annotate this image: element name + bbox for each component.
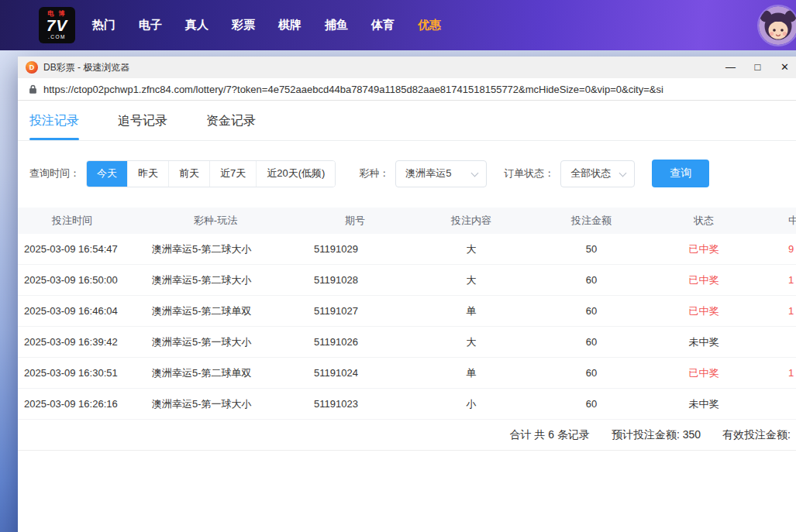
table-row: 2025-03-09 16:50:00澳洲幸运5-第二球大小51191028大6…: [18, 265, 796, 296]
time-option-4[interactable]: 近7天: [209, 161, 256, 187]
time-option-2[interactable]: 昨天: [127, 161, 168, 187]
cell-issue: 51191027: [305, 305, 405, 317]
cell-content: 大: [405, 242, 537, 256]
tab-1[interactable]: 投注记录: [29, 110, 79, 140]
nav-item-3[interactable]: 真人: [185, 18, 208, 33]
cell-prize: 1: [762, 274, 796, 286]
logo-subtext: .COM: [48, 33, 66, 40]
minimize-button[interactable]: —: [717, 57, 744, 78]
cell-content: 大: [405, 273, 537, 287]
col-header-1: 投注时间: [18, 214, 126, 228]
cell-issue: 51191026: [305, 336, 405, 348]
url-text: https://ctop02pchwp1.zfnc84.com/lottery/…: [43, 84, 663, 95]
cell-prize: 9: [762, 243, 796, 255]
col-header-4: 投注内容: [405, 214, 537, 228]
cell-issue: 51191024: [305, 367, 405, 379]
lottery-select[interactable]: 澳洲幸运5: [395, 160, 487, 187]
cell-prize: 1: [762, 305, 796, 317]
top-navigation-bar: 电 博 7V .COM 热门电子真人彩票棋牌捕鱼体育优惠: [0, 0, 796, 50]
window-title: DB彩票 - 极速浏览器: [43, 61, 717, 74]
site-favicon-icon: D: [26, 61, 38, 74]
col-header-3: 期号: [305, 214, 405, 228]
logo-text: 7V: [47, 17, 68, 33]
lottery-filter-label: 彩种：: [359, 166, 389, 180]
col-header-6: 状态: [646, 214, 762, 228]
cell-amount: 60: [537, 305, 646, 317]
cell-content: 单: [405, 366, 537, 380]
summary-valid-amount: 有效投注金额:: [722, 428, 791, 442]
time-option-5[interactable]: 近20天(低频): [256, 161, 335, 187]
cell-amount: 60: [537, 367, 646, 379]
cell-time: 2025-03-09 16:50:00: [18, 274, 126, 286]
col-header-5: 投注金额: [537, 214, 646, 228]
maximize-button[interactable]: □: [744, 57, 771, 78]
window-titlebar[interactable]: D DB彩票 - 极速浏览器 — □ ✕: [18, 57, 796, 78]
cell-issue: 51191023: [305, 398, 405, 410]
table-row: 2025-03-09 16:54:47澳洲幸运5-第二球大小51191029大5…: [18, 234, 796, 265]
tab-2[interactable]: 追号记录: [118, 110, 167, 140]
chevron-down-icon: [619, 169, 627, 177]
cell-status: 未中奖: [646, 397, 762, 411]
window-controls: — □ ✕: [717, 57, 796, 78]
col-header-2: 彩种-玩法: [126, 214, 305, 228]
table-row: 2025-03-09 16:26:16澳洲幸运5-第一球大小51191023小6…: [18, 389, 796, 420]
cell-game: 澳洲幸运5-第二球单双: [126, 366, 305, 380]
filter-bar: 查询时间： 今天昨天前天近7天近20天(低频) 彩种： 澳洲幸运5 订单状态： …: [29, 160, 796, 187]
order-status-label: 订单状态：: [504, 166, 554, 180]
cell-game: 澳洲幸运5-第二球大小: [126, 242, 305, 256]
record-tabs: 投注记录追号记录资金记录: [18, 110, 796, 141]
summary-expected-amount: 预计投注金额: 350: [612, 428, 701, 442]
time-option-1[interactable]: 今天: [87, 161, 127, 187]
summary-total-records: 合计 共 6 条记录: [510, 428, 590, 442]
nav-menu: 热门电子真人彩票棋牌捕鱼体育优惠: [92, 18, 441, 33]
cell-content: 单: [405, 304, 537, 318]
nav-item-4[interactable]: 彩票: [232, 18, 255, 33]
cell-time: 2025-03-09 16:54:47: [18, 243, 126, 255]
site-logo[interactable]: 电 博 7V .COM: [39, 7, 75, 43]
cell-game: 澳洲幸运5-第二球单双: [126, 304, 305, 318]
nav-item-1[interactable]: 热门: [92, 18, 115, 33]
page-content: 投注记录追号记录资金记录 查询时间： 今天昨天前天近7天近20天(低频) 彩种：…: [18, 101, 796, 532]
user-avatar[interactable]: [759, 6, 796, 45]
lock-icon: [29, 84, 37, 94]
nav-item-6[interactable]: 捕鱼: [325, 18, 348, 33]
cell-time: 2025-03-09 16:30:51: [18, 367, 126, 379]
summary-row: 合计 共 6 条记录 预计投注金额: 350 有效投注金额:: [18, 420, 796, 451]
browser-address-bar[interactable]: https://ctop02pchwp1.zfnc84.com/lottery/…: [18, 78, 796, 101]
cell-content: 小: [405, 397, 537, 411]
lottery-select-value: 澳洲幸运5: [405, 166, 451, 180]
order-status-value: 全部状态: [570, 166, 611, 180]
cell-status: 已中奖: [646, 273, 762, 287]
cell-game: 澳洲幸运5-第二球大小: [126, 273, 305, 287]
table-row: 2025-03-09 16:39:42澳洲幸运5-第一球大小51191026大6…: [18, 327, 796, 358]
table-row: 2025-03-09 16:46:04澳洲幸运5-第二球单双51191027单6…: [18, 296, 796, 327]
time-filter-label: 查询时间：: [29, 166, 80, 180]
order-status-select[interactable]: 全部状态: [560, 160, 635, 187]
cell-game: 澳洲幸运5-第一球大小: [126, 335, 305, 349]
nav-item-2[interactable]: 电子: [139, 18, 162, 33]
cell-prize: 1: [762, 367, 796, 379]
cell-amount: 60: [537, 398, 646, 410]
cell-time: 2025-03-09 16:46:04: [18, 305, 126, 317]
col-header-7: 中奖金额: [762, 214, 796, 228]
cell-status: 已中奖: [646, 304, 762, 318]
browser-window: D DB彩票 - 极速浏览器 — □ ✕ https://ctop02pchwp…: [18, 57, 796, 532]
close-button[interactable]: ✕: [771, 57, 796, 78]
chevron-down-icon: [471, 169, 479, 177]
cell-amount: 50: [537, 243, 646, 255]
bet-records-table: 投注时间彩种-玩法期号投注内容投注金额状态中奖金额 2025-03-09 16:…: [18, 208, 796, 420]
table-row: 2025-03-09 16:30:51澳洲幸运5-第二球单双51191024单6…: [18, 358, 796, 389]
time-option-3[interactable]: 前天: [168, 161, 209, 187]
nav-item-7[interactable]: 体育: [371, 18, 395, 33]
cell-issue: 51191028: [305, 274, 405, 286]
tab-3[interactable]: 资金记录: [206, 110, 256, 140]
cell-status: 已中奖: [646, 366, 762, 380]
cell-amount: 60: [537, 274, 646, 286]
cell-amount: 60: [537, 336, 646, 348]
table-body: 2025-03-09 16:54:47澳洲幸运5-第二球大小51191029大5…: [18, 234, 796, 420]
cell-time: 2025-03-09 16:26:16: [18, 398, 126, 410]
nav-item-5[interactable]: 棋牌: [278, 18, 302, 33]
time-filter-group: 今天昨天前天近7天近20天(低频): [86, 160, 336, 187]
nav-item-8[interactable]: 优惠: [418, 18, 441, 33]
search-button[interactable]: 查询: [652, 160, 709, 187]
